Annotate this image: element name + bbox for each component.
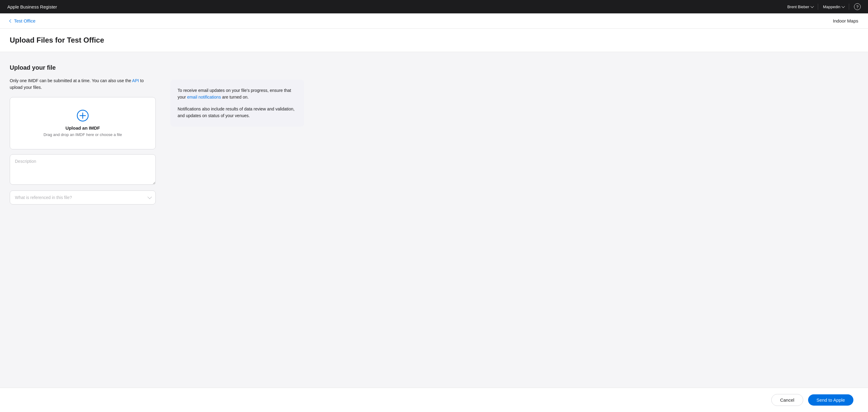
page-title: Upload Files for Test Office <box>10 36 858 45</box>
left-column: Only one IMDF can be submitted at a time… <box>10 77 156 204</box>
page-header: Upload Files for Test Office <box>0 29 868 52</box>
right-column: To receive email updates on your file's … <box>170 77 304 126</box>
cancel-button[interactable]: Cancel <box>771 394 803 406</box>
info-box: To receive email updates on your file's … <box>170 80 304 126</box>
subnav: Test Office Indoor Maps <box>0 13 868 29</box>
navbar-right: Brent Bieber Mappedin ? <box>787 3 861 10</box>
org-name: Mappedin <box>823 5 840 9</box>
api-link[interactable]: API <box>132 78 140 83</box>
app-title: Apple Business Register <box>7 4 57 9</box>
upload-section-heading: Upload your file <box>10 64 355 71</box>
back-arrow-icon <box>9 19 12 23</box>
upload-box-title: Upload an IMDF <box>65 125 100 130</box>
description-textarea[interactable] <box>10 154 156 185</box>
reference-dropdown[interactable]: What is referenced in this file? <box>10 190 156 204</box>
info-box-text-1: To receive email updates on your file's … <box>178 87 297 101</box>
footer-bar: Cancel Send to Apple <box>0 388 868 412</box>
upload-description: Only one IMDF can be submitted at a time… <box>10 77 156 91</box>
upload-desc-text1: Only one IMDF can be submitted at a time… <box>10 78 131 83</box>
help-button[interactable]: ? <box>854 3 861 10</box>
info-box-text-2: Notifications also include results of da… <box>178 106 297 119</box>
back-link[interactable]: Test Office <box>10 18 36 23</box>
info-text-2: are turned on. <box>222 95 248 99</box>
user-menu[interactable]: Brent Bieber <box>787 5 813 9</box>
org-menu[interactable]: Mappedin <box>823 5 844 9</box>
navbar: Apple Business Register Brent Bieber Map… <box>0 0 868 13</box>
subnav-section-label: Indoor Maps <box>833 18 858 23</box>
help-icon: ? <box>856 5 858 9</box>
user-menu-chevron-icon <box>810 5 814 8</box>
upload-dropzone[interactable]: Upload an IMDF Drag and drop an IMDF her… <box>10 97 156 149</box>
email-notifications-link[interactable]: email notifications <box>187 95 222 99</box>
back-link-label: Test Office <box>14 18 36 23</box>
user-name: Brent Bieber <box>787 5 809 9</box>
send-to-apple-button[interactable]: Send to Apple <box>808 394 854 406</box>
org-menu-chevron-icon <box>841 5 845 8</box>
content-layout: Only one IMDF can be submitted at a time… <box>10 77 355 204</box>
navbar-divider <box>818 4 818 10</box>
main-content: Upload your file Only one IMDF can be su… <box>0 52 365 217</box>
upload-plus-icon <box>76 110 89 122</box>
dropdown-placeholder: What is referenced in this file? <box>15 195 72 200</box>
dropdown-chevron-icon <box>148 195 152 199</box>
upload-box-subtitle: Drag and drop an IMDF here or choose a f… <box>43 133 122 137</box>
navbar-divider-2 <box>849 4 849 10</box>
